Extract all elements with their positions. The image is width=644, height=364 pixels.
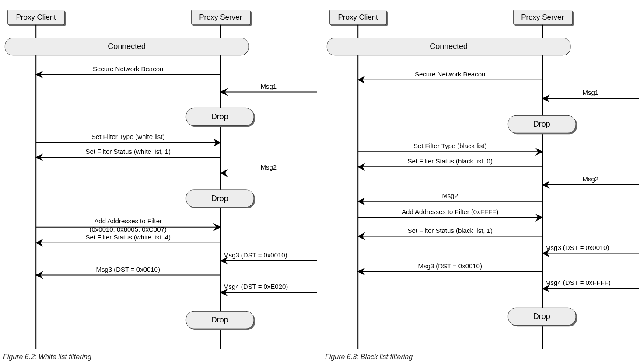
right-set-filter-status-0: Set Filter Status (black list, 0) [407, 157, 492, 165]
left-set-filter-status-1: Set Filter Status (white list, 1) [85, 148, 170, 155]
right-msg1: Msg1 [583, 89, 599, 96]
right-add-addr: Add Addresses to Filter (0xFFFF) [402, 208, 498, 215]
right-caption: Figure 6.3: Black list filtering [325, 353, 413, 361]
left-client-label: Proxy Client [16, 13, 56, 21]
right-set-filter-type: Set Filter Type (black list) [413, 142, 487, 149]
right-msg4-ext: Msg4 (DST = 0xFFFF) [545, 279, 611, 286]
left-drop-3: Drop [211, 315, 228, 324]
left-add-addr-2: (0x0010, 0x8005, 0xC007) [90, 225, 167, 233]
left-drop-2: Drop [211, 194, 228, 203]
right-msg2-ext: Msg2 [583, 175, 599, 183]
right-svg: Proxy Client Proxy Server Connected Secu… [322, 0, 644, 364]
right-state: Connected [430, 42, 468, 51]
right-msg3-int: Msg3 (DST = 0x0010) [418, 262, 482, 270]
left-msg3-ext: Msg3 (DST = 0x0010) [223, 251, 287, 259]
left-msg1: Msg1 [261, 83, 277, 90]
right-set-filter-status-1: Set Filter Status (black list, 1) [407, 227, 492, 234]
left-set-filter-type: Set Filter Type (white list) [91, 133, 165, 140]
right-server-label: Proxy Server [521, 13, 564, 21]
left-beacon: Secure Network Beacon [93, 65, 163, 73]
right-msg2-int: Msg2 [442, 192, 458, 199]
left-caption: Figure 6.2: White list filtering [3, 353, 91, 361]
diagram-right: Proxy Client Proxy Server Connected Secu… [322, 0, 644, 364]
left-msg4-ext: Msg4 (DST = 0xE020) [223, 283, 288, 290]
left-svg: Proxy Client Proxy Server Connected Secu… [0, 0, 322, 364]
right-beacon: Secure Network Beacon [415, 70, 485, 78]
right-msg3-ext: Msg3 (DST = 0x0010) [545, 244, 609, 251]
diagram-left: Proxy Client Proxy Server Connected Secu… [0, 0, 322, 364]
left-set-filter-status-4: Set Filter Status (white list, 4) [85, 233, 170, 241]
left-add-addr-1: Add Addresses to Filter [94, 217, 162, 225]
left-server-label: Proxy Server [199, 13, 242, 21]
left-msg2: Msg2 [261, 163, 277, 171]
right-client-label: Proxy Client [338, 13, 378, 21]
right-drop-1: Drop [533, 120, 550, 128]
left-state: Connected [108, 42, 146, 51]
left-drop-1: Drop [211, 112, 228, 121]
right-drop-2: Drop [533, 312, 550, 321]
left-msg3-int: Msg3 (DST = 0x0010) [96, 266, 160, 273]
